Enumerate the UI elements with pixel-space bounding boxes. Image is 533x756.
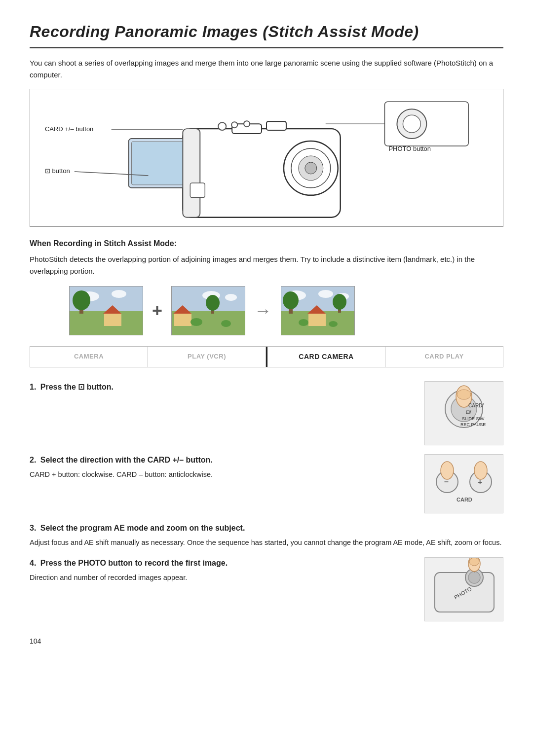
step-2-image: – + CARD [424,454,503,513]
svg-point-55 [299,319,308,326]
svg-point-16 [403,115,420,133]
stitch-arrow: → [254,297,272,324]
svg-point-74 [468,572,480,583]
svg-point-46 [318,290,333,298]
step-1-image: CARD/ ⊡/ SLIDE SW/ REC PAUSE [424,381,503,445]
page-number: 104 [30,637,41,645]
svg-point-40 [206,295,220,311]
camera-svg: PHOTO button CARD +/– button ⊡ button [30,89,503,226]
svg-rect-13 [190,183,205,198]
step-4-text: Press the PHOTO button to record the fir… [40,559,228,567]
stitch-img-result [281,286,355,335]
mode-card-play[interactable]: CARD PLAY [385,347,503,367]
svg-rect-37 [174,314,191,326]
step-3-number: 3. [30,524,36,532]
stitch-img-2 [171,286,245,335]
title-rule [30,47,503,48]
step-1-heading: 1. Press the ⊡ button. [30,381,410,393]
svg-point-56 [329,321,338,327]
step-2-body: CARD + button: clockwise. CARD – button:… [30,469,410,480]
step-2: 2. Select the direction with the CARD +/… [30,454,503,513]
step-4-heading: 4. Press the PHOTO button to record the … [30,557,410,569]
section1-heading: When Recording in Stitch Assist Mode: [30,238,503,250]
step-2-content: 2. Select the direction with the CARD +/… [30,454,410,480]
step-2-heading: 2. Select the direction with the CARD +/… [30,454,410,466]
step-2-number: 2. [30,456,36,464]
svg-point-79 [469,558,479,566]
mode-card-camera[interactable]: CARD CAMERA [267,347,385,367]
mode-camera[interactable]: CAMERA [30,347,148,367]
intro-text: You can shoot a series of overlapping im… [30,57,503,81]
step-3: 3. Select the program AE mode and zoom o… [30,522,503,548]
svg-point-69 [441,462,454,479]
stitch-plus: + [152,297,162,324]
camera-diagram: PHOTO button CARD +/– button ⊡ button [30,89,503,227]
mode-play-vcr[interactable]: PLAY (VCR) [148,347,266,367]
step-3-heading: 3. Select the program AE mode and zoom o… [30,522,503,534]
svg-text:⊡/: ⊡/ [466,409,471,415]
step-4-image: PHOTO [424,557,503,621]
step-4-body: Direction and number of recorded images … [30,572,410,583]
step-1-number: 1. [30,383,36,391]
svg-point-54 [333,294,346,310]
svg-text:REC PAUSE: REC PAUSE [460,422,486,427]
svg-point-10 [218,122,226,130]
svg-point-70 [474,462,487,479]
step-1-content: 1. Press the ⊡ button. [30,381,410,396]
svg-point-41 [190,318,202,326]
step-1: 1. Press the ⊡ button. CARD/ ⊡/ SLIDE SW… [30,381,503,445]
step-3-body: Adjust focus and AE shift manually as ne… [30,537,503,548]
svg-rect-6 [266,121,286,130]
svg-rect-8 [132,142,190,185]
svg-rect-9 [183,129,200,217]
svg-point-60 [457,390,471,399]
svg-text:CARD +/– button: CARD +/– button [45,125,93,133]
page-footer: 104 [30,636,503,647]
mode-bar: CAMERA PLAY (VCR) CARD CAMERA CARD PLAY [30,346,503,367]
svg-point-12 [244,121,250,127]
section1-body: PhotoStitch detects the overlapping port… [30,253,503,277]
svg-text:⊡ button: ⊡ button [45,167,70,175]
stitch-illustration: + → [69,286,503,335]
svg-point-42 [221,320,231,327]
page-title: Recording Panoramic Images (Stitch Assis… [30,20,503,43]
svg-text:CARD: CARD [457,497,472,503]
svg-rect-30 [104,314,121,326]
svg-point-35 [225,294,237,301]
svg-point-26 [112,290,126,298]
svg-text:SLIDE SW/: SLIDE SW/ [462,416,485,421]
svg-rect-51 [308,314,326,326]
svg-text:CARD/: CARD/ [468,403,484,408]
step-3-text: Select the program AE mode and zoom on t… [40,524,245,532]
step-2-text: Select the direction with the CARD +/– b… [40,456,213,464]
step-4-number: 4. [30,559,36,567]
step-1-text: Press the ⊡ button. [40,383,114,391]
svg-text:PHOTO button: PHOTO button [388,145,431,152]
stitch-img-1 [69,286,143,335]
step-4: 4. Press the PHOTO button to record the … [30,557,503,621]
svg-point-11 [231,122,237,128]
svg-point-4 [305,162,317,174]
svg-point-50 [283,291,299,309]
svg-point-29 [73,290,90,310]
step-4-content: 4. Press the PHOTO button to record the … [30,557,410,583]
